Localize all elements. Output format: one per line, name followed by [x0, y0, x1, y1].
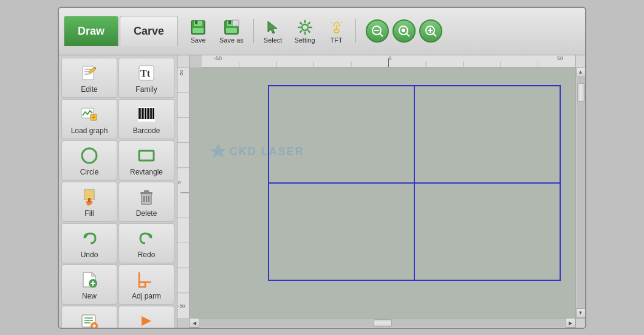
svg-rect-56: [153, 108, 154, 119]
edite-label: Edite: [81, 85, 97, 94]
revtangle-label: Revtangle: [130, 168, 163, 176]
tab-group: Draw Carve: [64, 16, 178, 46]
scroll-v-thumb[interactable]: [577, 83, 584, 102]
toolbar: Draw Carve Save: [59, 8, 585, 55]
sidebar-item-load-graph[interactable]: Load graph: [61, 99, 117, 139]
sidebar-item-undo[interactable]: Undo: [61, 223, 117, 263]
sidebar-item-new[interactable]: New: [61, 264, 117, 305]
svg-line-33: [433, 33, 436, 36]
barcode-icon: [135, 103, 157, 125]
sidebar-item-family[interactable]: Tt Family: [118, 58, 174, 98]
save-icon: [189, 18, 207, 36]
svg-rect-58: [139, 151, 154, 161]
scroll-left-button[interactable]: ◀: [190, 318, 199, 328]
svg-rect-47: [139, 108, 140, 119]
circle-label: Circle: [80, 168, 99, 176]
delete-label: Delete: [136, 209, 157, 218]
sidebar-item-fill[interactable]: Fill: [61, 182, 117, 222]
tab-carve[interactable]: Carve: [120, 16, 178, 46]
load-graph-label: Load graph: [71, 126, 108, 135]
svg-line-23: [341, 22, 342, 23]
svg-rect-48: [140, 108, 141, 119]
svg-line-18: [308, 22, 310, 25]
svg-rect-62: [144, 190, 149, 193]
ruler-left-0: 0: [178, 180, 180, 185]
family-icon: Tt: [135, 62, 157, 84]
svg-rect-49: [142, 108, 143, 119]
sidebar-item-list[interactable]: List: [61, 306, 117, 328]
zoom-in-button[interactable]: [419, 19, 442, 43]
sidebar-item-delete[interactable]: Delete: [118, 182, 174, 222]
svg-rect-6: [228, 21, 231, 24]
svg-rect-52: [147, 108, 148, 119]
scrollbar-corner: [575, 318, 585, 328]
new-label: New: [82, 292, 97, 300]
scroll-down-button[interactable]: ▼: [576, 308, 586, 318]
ruler-corner-tl: [177, 55, 190, 67]
circle-icon: [78, 145, 100, 167]
scroll-right-button[interactable]: ▶: [566, 318, 575, 328]
main-content: Edite Tt Family: [59, 55, 585, 328]
svg-rect-54: [150, 108, 151, 119]
delete-icon: [135, 186, 157, 208]
sep1: [253, 19, 254, 43]
svg-point-20: [334, 29, 339, 33]
ruler-top: -50 0 50: [202, 55, 575, 67]
select-label: Select: [264, 36, 283, 44]
svg-rect-53: [148, 108, 149, 119]
sidebar-item-next[interactable]: Next: [118, 306, 174, 328]
select-icon: [264, 18, 282, 36]
svg-line-19: [300, 30, 302, 33]
saveas-button[interactable]: ↓ Save as: [214, 16, 248, 46]
sidebar-item-circle[interactable]: Circle: [61, 140, 117, 181]
svg-text:↓: ↓: [235, 21, 237, 27]
setting-button[interactable]: Setting: [289, 16, 320, 46]
svg-rect-34: [83, 66, 94, 80]
undo-label: Undo: [81, 250, 98, 259]
svg-rect-7: [226, 28, 237, 33]
family-label: Family: [135, 85, 157, 94]
ruler-left: -50 0 -50: [177, 67, 190, 318]
svg-line-16: [300, 22, 302, 25]
svg-marker-81: [142, 316, 151, 326]
scroll-up-button[interactable]: ▲: [576, 67, 586, 77]
svg-text:Tt: Tt: [140, 68, 151, 78]
sidebar-item-edite[interactable]: Edite: [61, 58, 117, 98]
ruler-corner-tr: [575, 55, 585, 67]
setting-icon: [296, 18, 314, 36]
next-icon: [135, 310, 157, 328]
toolbar-buttons: Save ↓ Save as: [184, 16, 442, 46]
scroll-h-track[interactable]: [199, 319, 566, 327]
svg-rect-2: [195, 21, 197, 24]
tft-button[interactable]: TFT: [323, 16, 351, 46]
tab-draw[interactable]: Draw: [64, 16, 118, 46]
svg-rect-3: [193, 28, 204, 33]
edite-icon: [78, 62, 100, 84]
svg-line-26: [380, 33, 383, 36]
svg-rect-103: [414, 86, 560, 183]
canvas-inner[interactable]: CKD LASER: [190, 67, 575, 318]
sidebar-item-adj-parm[interactable]: Adj parm: [118, 264, 174, 305]
sidebar-item-revtangle[interactable]: Revtangle: [118, 140, 174, 181]
save-button[interactable]: Save: [184, 16, 212, 46]
new-icon: [78, 269, 100, 291]
redo-icon: [135, 227, 157, 249]
redo-label: Redo: [138, 250, 156, 259]
drawing-canvas[interactable]: [190, 67, 575, 318]
sidebar-item-redo[interactable]: Redo: [118, 223, 174, 263]
scroll-v-track[interactable]: [577, 77, 585, 308]
svg-rect-51: [145, 108, 146, 119]
tft-label: TFT: [331, 36, 343, 44]
sidebar-item-barcode[interactable]: Barcode: [118, 99, 174, 139]
zoom-out-button[interactable]: [366, 19, 389, 43]
saveas-icon: ↓: [222, 18, 241, 36]
zoom-fit-button[interactable]: [392, 19, 416, 43]
save-label: Save: [191, 36, 206, 44]
select-button[interactable]: Select: [259, 16, 287, 46]
load-graph-icon: [78, 103, 100, 125]
svg-line-29: [406, 33, 409, 36]
setting-label: Setting: [294, 36, 315, 44]
scroll-h-thumb[interactable]: [374, 319, 392, 326]
adj-parm-label: Adj parm: [132, 292, 161, 300]
undo-icon: [78, 227, 100, 249]
